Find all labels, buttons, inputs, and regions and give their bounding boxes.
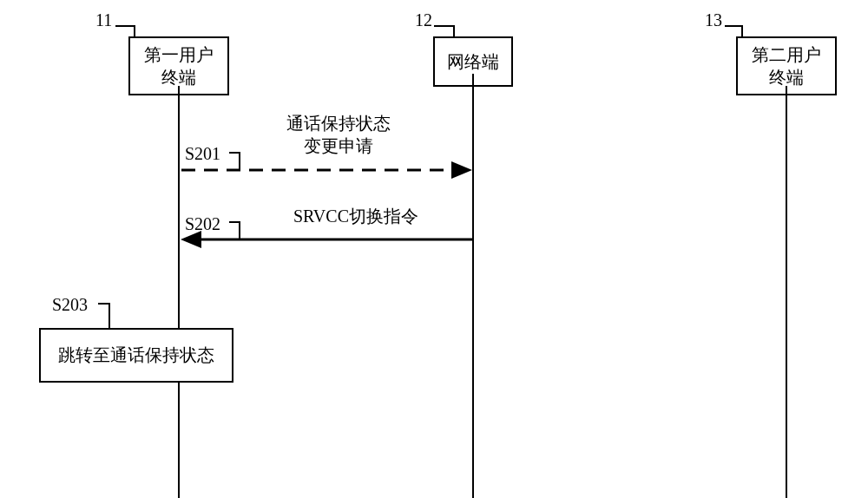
process1-box: 跳转至通话保持状态 xyxy=(39,328,233,383)
process1-leader xyxy=(0,0,868,498)
process1-text: 跳转至通话保持状态 xyxy=(58,345,214,364)
